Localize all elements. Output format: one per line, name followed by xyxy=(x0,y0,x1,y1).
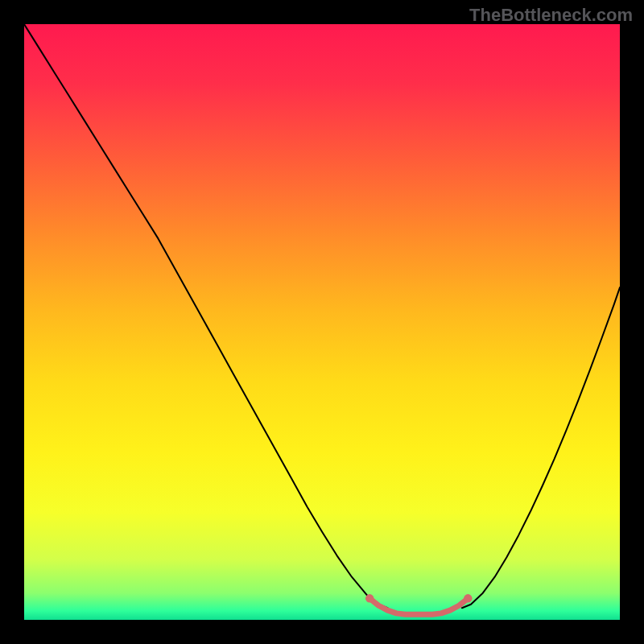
series-endpoint xyxy=(464,594,473,603)
series-endpoint xyxy=(365,594,374,603)
chart-svg xyxy=(24,24,620,620)
chart-container: TheBottleneck.com xyxy=(0,0,644,644)
plot-area xyxy=(24,24,620,620)
watermark-text: TheBottleneck.com xyxy=(469,5,633,26)
